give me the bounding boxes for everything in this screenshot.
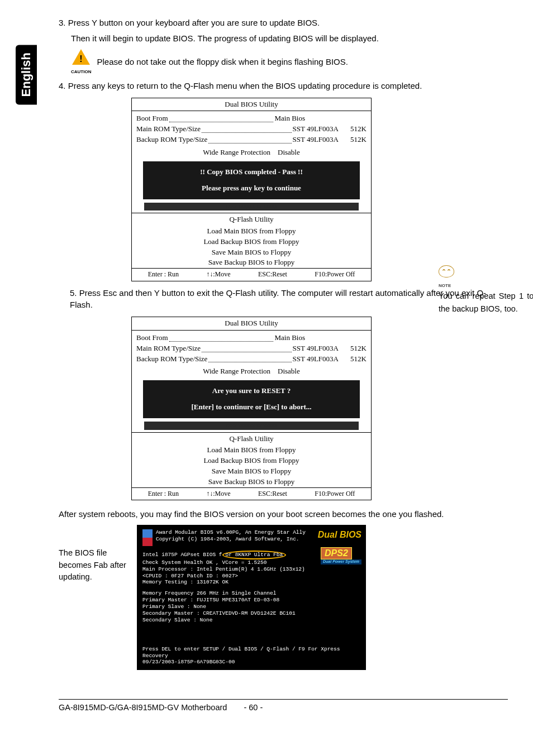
note-text: You can repeat Step 1 to 4 to flash the … [439,290,533,315]
key-esc: ESC:Reset [258,489,287,499]
backup-rom-size: 512K [339,135,367,145]
dps-badge: DPS2 Dual Power System [321,547,361,564]
menu-item[interactable]: Save Backup BIOS to Floppy [132,257,371,268]
main-rom-size: 512K [339,124,367,135]
bios-title: Dual BIOS Utility [132,317,371,331]
bios-msg1: Are you sure to RESET ? [147,386,355,396]
step-3-line2: Then it will begin to update BIOS. The p… [71,32,508,45]
boot-from-val: Main Bios [274,113,305,124]
caution-label: CAUTION [71,69,91,75]
keybar: Enter : Run ↑↓:Move ESC:Reset F10:Power … [132,487,371,500]
boot-head2: Copyright (C) 1984-2003, Award Software,… [156,536,306,543]
main-rom-label: Main ROM Type/Size [136,124,201,135]
wrp-val: Disable [278,367,300,375]
menu-item[interactable]: Load Main BIOS from Floppy [132,445,371,456]
menu-item[interactable]: Load Backup BIOS from Floppy [132,456,371,466]
step-4: 4. Press any keys to return to the Q-Fla… [59,80,508,92]
key-enter: Enter : Run [148,489,179,499]
dps-badge-sub: Dual Power System [321,559,361,564]
backup-rom-val: SST 49LF003A [293,354,339,365]
obscured-line: xxxx xxxxxx xx xxxxx [144,203,359,211]
caution-block: CAUTION Please do not take out the flopp… [71,49,508,75]
boot-foot2: 09/23/2003-i875P-6A79BG03C-00 [142,659,360,666]
bios-title: Dual BIOS Utility [132,98,371,112]
menu-item[interactable]: Save Backup BIOS to Floppy [132,477,371,487]
boot-foot1: Press DEL to enter SETUP / Dual BIOS / Q… [142,646,360,659]
qflash-title: Q-Flash Utility [132,432,371,446]
qflash-title: Q-Flash Utility [132,213,371,226]
bios-utility-box-1: Dual BIOS Utility Boot From Main Bios Ma… [131,98,372,281]
qflash-menu: Load Main BIOS from Floppy Load Backup B… [132,226,371,268]
backup-rom-size: 512K [339,354,367,365]
boot-l8: Primary Slave : None [142,604,360,610]
page-footer: GA-8I915MD-G/GA-8I915MD-GV Motherboard -… [59,699,508,714]
menu-item[interactable]: Load Backup BIOS from Floppy [132,237,371,247]
dual-bios-badge: Dual BIOS [318,529,361,540]
boot-from-val: Main Bios [274,333,305,343]
menu-item[interactable]: Save Main BIOS to Floppy [132,247,371,258]
bios-version-highlight: or 8KNXP Ultra Fba [222,551,287,559]
bios-msg2: [Enter] to continure or [Esc] to abort..… [147,402,355,413]
bios-message-panel-1: !! Copy BIOS completed - Pass !! Please … [143,161,360,199]
qflash-menu: Load Main BIOS from Floppy Load Backup B… [132,445,371,487]
key-f10: F10:Power Off [315,489,355,499]
main-rom-size: 512K [339,343,367,354]
footer-model: GA-8I915MD-G/GA-8I915MD-GV Motherboard [59,702,227,714]
key-enter: Enter : Run [148,270,179,279]
backup-rom-label: Backup ROM Type/Size [136,135,207,145]
main-rom-label: Main ROM Type/Size [136,343,201,354]
menu-item[interactable]: Load Main BIOS from Floppy [132,226,371,237]
main-rom-val: SST 49LF003A [293,124,339,135]
note-aside: NOTE You can repeat Step 1 to 4 to flash… [439,265,533,315]
menu-item[interactable]: Save Main BIOS to Floppy [132,466,371,477]
boot-screen: Dual BIOS DPS2 Dual Power System Award M… [137,525,366,670]
caution-icon [72,49,90,65]
note-icon [439,265,454,277]
note-label: NOTE [439,283,533,290]
boot-l9: Secondary Master : CREATIVEDVD-RM DVD124… [142,610,360,617]
boot-l7: Primary Master : FUJITSU MPE3170AT ED-03… [142,597,360,604]
boot-l5: Memory Testing : 131072K OK [142,579,360,586]
aside-update-note: The BIOS file becomes Fab after updating… [59,547,129,583]
main-rom-val: SST 49LF003A [293,343,339,354]
bios-msg2: Please press any key to continue [147,183,355,194]
boot-l3: Main Processor : Intel Pentium(R) 4 1.6G… [142,566,360,573]
page-content: 3. Press Y button on your keyboard after… [59,17,508,714]
wrp-val: Disable [278,148,300,156]
dps-badge-text: DPS2 [321,547,352,559]
bios-message-panel-2: Are you sure to RESET ? [Enter] to conti… [143,380,360,418]
boot-from-label: Boot From [136,333,168,343]
caution-text: Please do not take out the floppy disk w… [97,56,348,68]
boot-head1: Award Modular BIOS v6.00PG, An Energy St… [156,529,306,536]
boot-l4: <CPUID : 0F27 Patch ID : 0027> [142,573,360,580]
step-3-line1: 3. Press Y button on your keyboard after… [59,17,508,29]
boot-l6: Memory Frequency 266 MHz in Single Chann… [142,590,360,597]
key-esc: ESC:Reset [258,270,287,279]
bios-utility-box-2: Dual BIOS Utility Boot From Main Bios Ma… [131,317,372,500]
key-move: ↑↓:Move [206,489,230,499]
key-f10: F10:Power Off [315,270,355,279]
keybar: Enter : Run ↑↓:Move ESC:Reset F10:Power … [132,268,371,280]
boot-from-label: Boot From [136,113,168,124]
wrp-label: Wide Range Protection [203,367,270,375]
key-move: ↑↓:Move [206,270,230,279]
boot-l10: Secondary Slave : None [142,617,360,624]
wrp-label: Wide Range Protection [203,148,270,156]
award-logo-icon [142,529,153,546]
boot-l1a: Intel i875P AGPset BIOS f [142,552,222,558]
bios-msg1: !! Copy BIOS completed - Pass !! [147,167,355,178]
obscured-line: xxxx xxxxxx xx xxxxx [144,422,359,430]
backup-rom-label: Backup ROM Type/Size [136,354,207,365]
language-tab: English [16,45,37,104]
backup-rom-val: SST 49LF003A [293,135,339,145]
footer-page: - 60 - [244,702,263,714]
after-reboot-text: After system reboots, you may find the B… [59,508,508,520]
